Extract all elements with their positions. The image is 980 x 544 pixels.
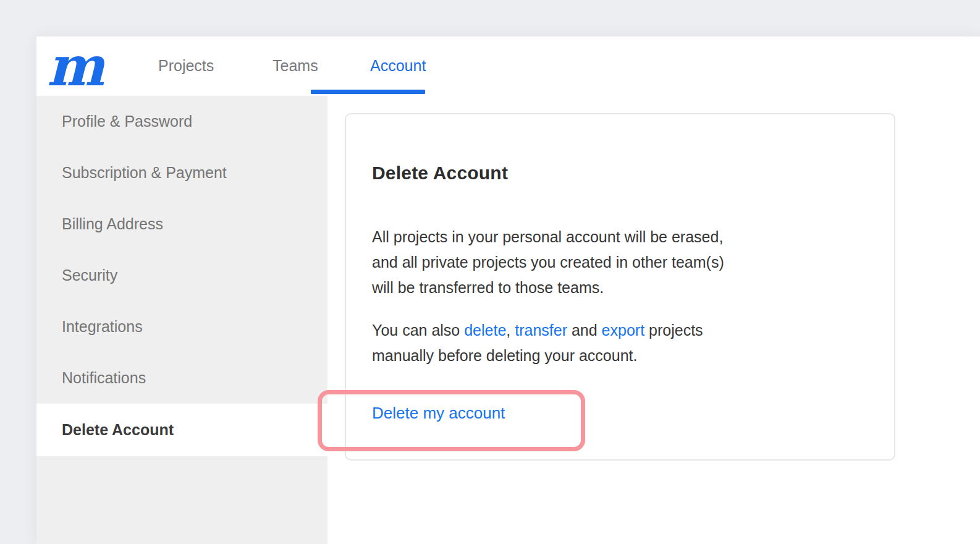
export-projects-link[interactable]: export: [602, 321, 644, 339]
card-paragraph-1: All projects in your personal account wi…: [372, 224, 817, 300]
delete-projects-link[interactable]: delete: [464, 321, 506, 339]
delete-my-account-link[interactable]: Delete my account: [372, 403, 505, 423]
screenshot-root: m Projects Teams Account Profile & Passw…: [0, 0, 980, 544]
sidebar-item-integrations[interactable]: Integrations: [36, 301, 327, 352]
transfer-projects-link[interactable]: transfer: [515, 321, 567, 339]
settings-sidebar: Profile & Password Subscription & Paymen…: [36, 96, 327, 544]
card-paragraph-2: You can also delete, transfer and export…: [372, 318, 817, 368]
active-tab-indicator: [311, 90, 425, 94]
top-nav-bar: m Projects Teams Account: [36, 36, 980, 96]
sidebar-item-subscription-payment[interactable]: Subscription & Payment: [36, 147, 327, 198]
paragraph2-separator-1: ,: [506, 321, 515, 339]
delete-account-card: Delete Account All projects in your pers…: [345, 113, 895, 461]
settings-menu: Profile & Password Subscription & Paymen…: [36, 96, 327, 456]
sidebar-item-notifications[interactable]: Notifications: [36, 352, 327, 404]
paragraph2-prefix: You can also: [372, 321, 464, 339]
tab-teams[interactable]: Teams: [272, 36, 318, 96]
card-title: Delete Account: [372, 163, 868, 184]
paragraph2-separator-2: and: [567, 321, 602, 339]
sidebar-item-delete-account[interactable]: Delete Account: [36, 404, 327, 456]
milanote-logo-icon[interactable]: m: [47, 36, 103, 96]
app-window: m Projects Teams Account Profile & Passw…: [36, 36, 980, 544]
tab-account[interactable]: Account: [370, 36, 426, 96]
main-content: Delete Account All projects in your pers…: [327, 96, 980, 544]
sidebar-item-billing-address[interactable]: Billing Address: [36, 198, 327, 250]
sidebar-item-profile-password[interactable]: Profile & Password: [36, 96, 327, 147]
sidebar-item-security[interactable]: Security: [36, 250, 327, 301]
tab-projects[interactable]: Projects: [158, 36, 214, 96]
